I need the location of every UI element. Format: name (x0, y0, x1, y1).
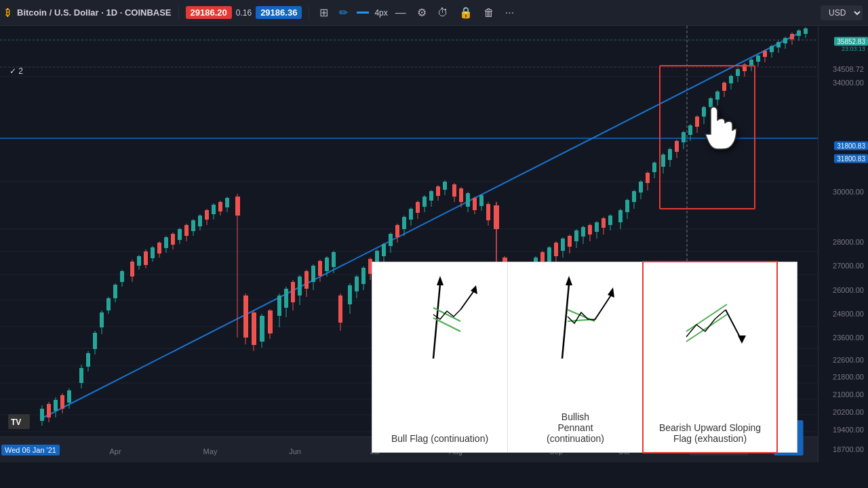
x-label-jun: Jun (289, 447, 301, 455)
bull-flag-label: Bull Flag (continuation) (391, 433, 488, 444)
svg-rect-117 (395, 225, 399, 237)
alert-tool[interactable]: ⏱ (434, 5, 452, 20)
lock-tool[interactable]: 🔒 (456, 5, 476, 20)
svg-rect-53 (164, 237, 168, 248)
svg-rect-145 (494, 205, 499, 229)
svg-rect-205 (709, 98, 713, 107)
svg-rect-137 (466, 193, 470, 207)
svg-rect-59 (184, 225, 189, 236)
svg-line-243 (460, 291, 474, 310)
candle-group-oct23 (618, 27, 808, 229)
bullish-pennant-svg (532, 270, 620, 365)
svg-rect-113 (382, 244, 386, 256)
svg-rect-87 (291, 282, 295, 302)
svg-rect-47 (144, 251, 148, 265)
svg-rect-23 (54, 400, 58, 411)
svg-marker-246 (566, 276, 572, 285)
svg-rect-171 (588, 225, 592, 235)
svg-rect-79 (260, 316, 264, 342)
price-label-34508: 34508.72 (833, 65, 864, 73)
svg-rect-19 (40, 409, 44, 421)
svg-rect-123 (416, 202, 420, 213)
price-label-35852: 35852.83 (834, 37, 868, 45)
svg-rect-75 (243, 296, 248, 338)
svg-rect-25 (60, 395, 64, 409)
svg-rect-203 (702, 107, 706, 117)
candle-group-jan21 (40, 388, 71, 426)
candle-group-summer21 (277, 251, 342, 331)
svg-rect-209 (722, 83, 726, 91)
line-color-indicator (357, 12, 369, 14)
svg-rect-183 (632, 191, 636, 202)
price-label-27000: 27000.00 (833, 262, 864, 270)
toolbar-separator-2 (309, 6, 309, 20)
svg-rect-195 (675, 141, 679, 152)
current-price-blue: 29186.36 (256, 6, 302, 19)
svg-rect-173 (595, 222, 599, 232)
price-label-21800: 21800.00 (833, 373, 864, 381)
svg-rect-39 (113, 285, 117, 298)
x-label-jan21: Wed 06 Jan '21 (1, 445, 60, 455)
svg-rect-73 (235, 197, 240, 216)
bull-flag-svg (396, 270, 484, 365)
svg-rect-57 (178, 229, 182, 240)
line-style-tool[interactable]: — (392, 5, 410, 20)
price-label-20200: 20200.00 (833, 408, 864, 416)
svg-rect-177 (608, 216, 612, 225)
svg-rect-71 (225, 198, 229, 207)
svg-rect-215 (743, 64, 747, 71)
svg-rect-29 (79, 368, 83, 383)
settings-tool[interactable]: ⚙ (414, 5, 430, 20)
svg-rect-89 (298, 277, 302, 296)
svg-rect-37 (106, 298, 111, 310)
svg-marker-250 (608, 287, 614, 298)
candle-group-mar21 (130, 197, 229, 282)
price-label-31800-bot: 31800.83 (834, 155, 868, 163)
price-label-30000: 30000.00 (833, 188, 864, 196)
more-tool[interactable]: ··· (502, 5, 517, 20)
draw-tool[interactable]: ✏ (336, 5, 351, 20)
svg-rect-81 (268, 310, 273, 333)
price-change: 0.16 (236, 8, 252, 18)
svg-rect-103 (348, 285, 352, 304)
svg-rect-175 (601, 218, 606, 228)
price-label-28000: 28000.00 (833, 238, 864, 246)
svg-rect-93 (311, 266, 315, 282)
svg-marker-240 (437, 276, 443, 285)
bullish-pennant-label: BullishPennant(continuation) (547, 411, 604, 444)
toolbar: ₿ Bitcoin / U.S. Dollar · 1D · COINBASE … (0, 0, 868, 26)
toolbar-right: USD (821, 5, 863, 20)
svg-rect-97 (325, 258, 329, 271)
svg-rect-77 (252, 312, 256, 345)
price-label-18700: 18700.00 (833, 445, 864, 453)
svg-rect-163 (561, 239, 565, 251)
svg-rect-159 (547, 247, 551, 262)
toolbar-separator (178, 6, 179, 20)
svg-rect-223 (770, 46, 774, 52)
svg-rect-189 (652, 163, 656, 172)
svg-rect-55 (171, 234, 175, 245)
svg-marker-244 (471, 285, 477, 294)
bull-flag-item: Bull Flag (continuation) (372, 262, 508, 452)
bearish-flag-svg (666, 270, 754, 365)
x-label-apr: Apr (109, 447, 121, 455)
current-price-red: 29186.20 (186, 6, 232, 19)
delete-tool[interactable]: 🗑 (480, 5, 498, 20)
svg-rect-217 (749, 60, 753, 66)
select-tool[interactable]: ⊞ (316, 5, 332, 20)
svg-rect-33 (93, 333, 97, 349)
btc-icon: ₿ (5, 7, 10, 18)
svg-rect-225 (776, 42, 781, 47)
svg-rect-199 (688, 125, 692, 135)
svg-rect-167 (574, 230, 578, 241)
currency-select[interactable]: USD (821, 5, 863, 20)
svg-rect-131 (443, 182, 447, 190)
hover-time: 23:03:13 (839, 45, 868, 52)
price-label-21000: 21000.00 (833, 390, 864, 399)
svg-rect-207 (715, 92, 719, 100)
svg-rect-43 (130, 262, 134, 277)
svg-rect-211 (729, 76, 733, 83)
svg-rect-185 (639, 182, 643, 192)
svg-rect-143 (486, 204, 490, 220)
svg-rect-83 (277, 296, 281, 316)
